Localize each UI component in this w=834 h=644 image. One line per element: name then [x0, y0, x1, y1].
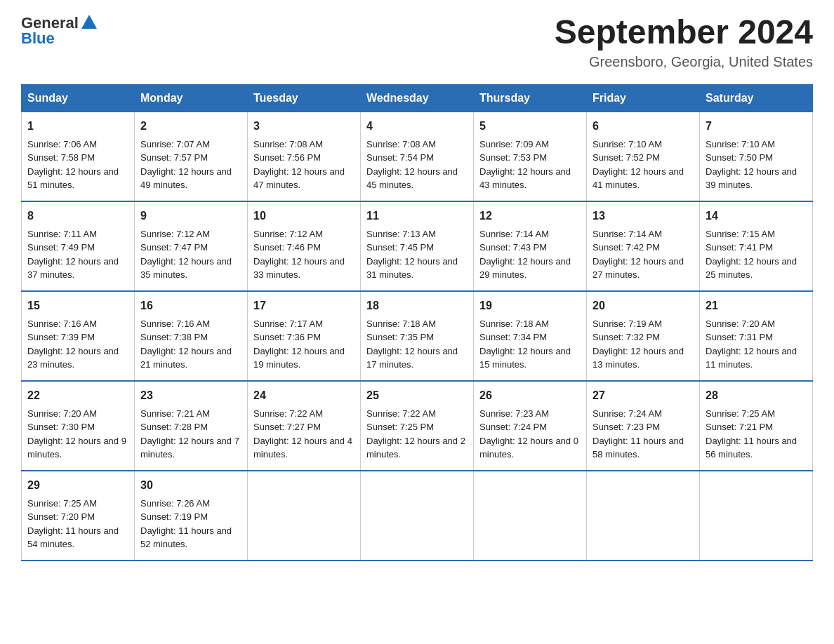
sunset-text: Sunset: 7:21 PM: [706, 420, 807, 434]
day-number: 7: [706, 118, 807, 135]
weekday-header-thursday: Thursday: [474, 84, 587, 112]
day-number: 6: [593, 118, 694, 135]
calendar-day-cell: 16Sunrise: 7:16 AMSunset: 7:38 PMDayligh…: [135, 291, 248, 381]
daylight-text: Daylight: 12 hours and 11 minutes.: [706, 344, 807, 372]
calendar-day-cell: 7Sunrise: 7:10 AMSunset: 7:50 PMDaylight…: [700, 112, 813, 201]
calendar-day-cell: 6Sunrise: 7:10 AMSunset: 7:52 PMDaylight…: [587, 112, 700, 201]
calendar-day-cell: 28Sunrise: 7:25 AMSunset: 7:21 PMDayligh…: [700, 381, 813, 471]
calendar-day-cell: [248, 471, 361, 561]
calendar-week-row: 29Sunrise: 7:25 AMSunset: 7:20 PMDayligh…: [22, 471, 813, 561]
calendar-day-cell: 10Sunrise: 7:12 AMSunset: 7:46 PMDayligh…: [248, 201, 361, 291]
sunset-text: Sunset: 7:54 PM: [366, 151, 468, 165]
sunset-text: Sunset: 7:42 PM: [593, 241, 694, 255]
weekday-header-tuesday: Tuesday: [248, 84, 361, 112]
calendar-day-cell: 26Sunrise: 7:23 AMSunset: 7:24 PMDayligh…: [474, 381, 587, 471]
sunset-text: Sunset: 7:45 PM: [366, 241, 468, 255]
month-title: September 2024: [555, 14, 813, 51]
sunrise-text: Sunrise: 7:18 AM: [479, 317, 581, 331]
sunrise-text: Sunrise: 7:25 AM: [706, 407, 807, 421]
calendar-day-cell: [361, 471, 474, 561]
sunrise-text: Sunrise: 7:11 AM: [27, 227, 128, 241]
daylight-text: Daylight: 12 hours and 51 minutes.: [27, 165, 128, 192]
sunrise-text: Sunrise: 7:20 AM: [706, 317, 807, 331]
sunset-text: Sunset: 7:23 PM: [593, 420, 694, 434]
sunrise-text: Sunrise: 7:13 AM: [366, 227, 468, 241]
calendar-day-cell: [700, 471, 813, 561]
day-number: 4: [366, 118, 468, 135]
sunrise-text: Sunrise: 7:22 AM: [366, 407, 468, 421]
sunrise-text: Sunrise: 7:06 AM: [27, 137, 128, 152]
sunrise-text: Sunrise: 7:10 AM: [706, 137, 807, 152]
calendar-day-cell: 13Sunrise: 7:14 AMSunset: 7:42 PMDayligh…: [587, 201, 700, 291]
calendar-day-cell: 21Sunrise: 7:20 AMSunset: 7:31 PMDayligh…: [700, 291, 813, 381]
calendar-day-cell: 29Sunrise: 7:25 AMSunset: 7:20 PMDayligh…: [22, 471, 135, 561]
daylight-text: Daylight: 12 hours and 37 minutes.: [27, 255, 128, 282]
sunrise-text: Sunrise: 7:10 AM: [593, 137, 694, 152]
calendar-week-row: 1Sunrise: 7:06 AMSunset: 7:58 PMDaylight…: [22, 112, 813, 201]
day-number: 25: [366, 387, 468, 404]
sunset-text: Sunset: 7:24 PM: [479, 420, 581, 434]
day-number: 22: [27, 387, 128, 404]
calendar-day-cell: [587, 471, 700, 561]
sunrise-text: Sunrise: 7:14 AM: [479, 227, 581, 241]
day-number: 11: [366, 208, 468, 224]
day-number: 18: [366, 297, 468, 314]
sunset-text: Sunset: 7:58 PM: [27, 151, 128, 165]
daylight-text: Daylight: 12 hours and 27 minutes.: [593, 255, 694, 282]
daylight-text: Daylight: 12 hours and 4 minutes.: [253, 434, 355, 462]
daylight-text: Daylight: 11 hours and 52 minutes.: [140, 524, 241, 551]
calendar-week-row: 15Sunrise: 7:16 AMSunset: 7:39 PMDayligh…: [22, 291, 813, 381]
sunset-text: Sunset: 7:19 PM: [140, 510, 241, 524]
sunset-text: Sunset: 7:49 PM: [27, 241, 128, 255]
page-header: General Blue September 2024 Greensboro, …: [21, 14, 813, 70]
sunset-text: Sunset: 7:28 PM: [140, 420, 241, 434]
sunset-text: Sunset: 7:27 PM: [253, 420, 355, 434]
logo: General Blue: [21, 14, 97, 48]
weekday-header-friday: Friday: [587, 84, 700, 112]
day-number: 13: [593, 208, 694, 224]
daylight-text: Daylight: 12 hours and 21 minutes.: [140, 344, 241, 372]
calendar-table: SundayMondayTuesdayWednesdayThursdayFrid…: [21, 84, 813, 561]
sunset-text: Sunset: 7:34 PM: [479, 330, 581, 344]
day-number: 15: [27, 297, 128, 314]
daylight-text: Daylight: 12 hours and 49 minutes.: [140, 165, 241, 192]
day-number: 10: [253, 208, 355, 224]
daylight-text: Daylight: 12 hours and 23 minutes.: [27, 344, 128, 372]
daylight-text: Daylight: 12 hours and 2 minutes.: [366, 434, 468, 462]
calendar-week-row: 22Sunrise: 7:20 AMSunset: 7:30 PMDayligh…: [22, 381, 813, 471]
sunrise-text: Sunrise: 7:22 AM: [253, 407, 355, 421]
daylight-text: Daylight: 12 hours and 33 minutes.: [253, 255, 355, 282]
sunrise-text: Sunrise: 7:12 AM: [253, 227, 355, 241]
day-number: 29: [27, 477, 128, 494]
calendar-day-cell: 17Sunrise: 7:17 AMSunset: 7:36 PMDayligh…: [248, 291, 361, 381]
sunset-text: Sunset: 7:43 PM: [479, 241, 581, 255]
sunset-text: Sunset: 7:20 PM: [27, 510, 128, 524]
daylight-text: Daylight: 12 hours and 17 minutes.: [366, 344, 468, 372]
sunset-text: Sunset: 7:30 PM: [27, 420, 128, 434]
daylight-text: Daylight: 12 hours and 41 minutes.: [593, 165, 694, 192]
logo-triangle-icon: [81, 15, 97, 32]
calendar-day-cell: 3Sunrise: 7:08 AMSunset: 7:56 PMDaylight…: [248, 112, 361, 201]
location-text: Greensboro, Georgia, United States: [555, 54, 813, 70]
sunset-text: Sunset: 7:32 PM: [593, 330, 694, 344]
calendar-day-cell: 5Sunrise: 7:09 AMSunset: 7:53 PMDaylight…: [474, 112, 587, 201]
daylight-text: Daylight: 12 hours and 25 minutes.: [706, 255, 807, 282]
sunrise-text: Sunrise: 7:18 AM: [366, 317, 468, 331]
title-section: September 2024 Greensboro, Georgia, Unit…: [555, 14, 813, 70]
daylight-text: Daylight: 12 hours and 31 minutes.: [366, 255, 468, 282]
calendar-day-cell: 2Sunrise: 7:07 AMSunset: 7:57 PMDaylight…: [135, 112, 248, 201]
daylight-text: Daylight: 11 hours and 58 minutes.: [593, 434, 694, 462]
day-number: 23: [140, 387, 241, 404]
sunrise-text: Sunrise: 7:25 AM: [27, 497, 128, 511]
sunrise-text: Sunrise: 7:19 AM: [593, 317, 694, 331]
daylight-text: Daylight: 11 hours and 54 minutes.: [27, 524, 128, 551]
day-number: 8: [27, 208, 128, 224]
logo-blue-text: Blue: [21, 29, 55, 48]
sunset-text: Sunset: 7:39 PM: [27, 330, 128, 344]
sunrise-text: Sunrise: 7:15 AM: [706, 227, 807, 241]
day-number: 19: [479, 297, 581, 314]
svg-marker-0: [81, 15, 97, 29]
calendar-day-cell: 24Sunrise: 7:22 AMSunset: 7:27 PMDayligh…: [248, 381, 361, 471]
sunrise-text: Sunrise: 7:16 AM: [140, 317, 241, 331]
day-number: 21: [706, 297, 807, 314]
